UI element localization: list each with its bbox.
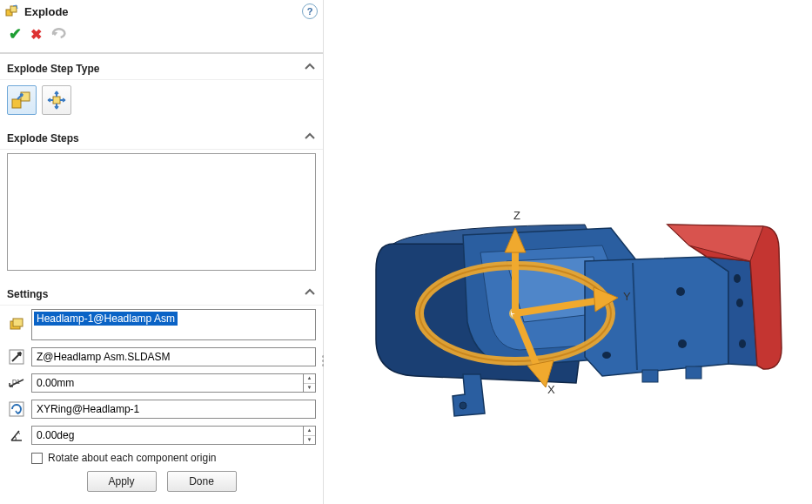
ok-button[interactable]: ✔: [9, 24, 22, 44]
axis-z-label: Z: [513, 209, 520, 222]
settings-body: Headlamp-1@Headlamp Asm D1: [0, 306, 323, 504]
panel-header: Explode ?: [0, 0, 323, 19]
ring-row: [7, 400, 316, 419]
svg-rect-4: [53, 97, 60, 104]
svg-text:A: A: [17, 430, 20, 435]
component-selection-box[interactable]: Headlamp-1@Headlamp Asm: [31, 309, 316, 340]
direction-input[interactable]: [31, 347, 316, 366]
section-title: Settings: [7, 288, 48, 300]
svg-point-17: [602, 352, 611, 359]
ring-input[interactable]: [31, 400, 316, 419]
rotate-about-origin-row[interactable]: Rotate about each component origin: [7, 452, 316, 464]
spin-up-icon[interactable]: ▲: [304, 374, 315, 384]
angle-icon: A: [7, 426, 26, 445]
svg-point-13: [736, 299, 743, 307]
svg-point-14: [739, 339, 746, 348]
radial-step-button[interactable]: [42, 85, 71, 115]
section-header-steps[interactable]: Explode Steps: [0, 124, 323, 150]
panel-title: Explode: [24, 5, 69, 18]
explode-steps-list[interactable]: [7, 153, 316, 271]
confirm-toolbar: ✔ ✖: [0, 19, 323, 54]
component-icon: [7, 309, 26, 340]
direction-icon: [7, 347, 26, 366]
component-selection-row: Headlamp-1@Headlamp Asm: [7, 309, 316, 340]
svg-point-15: [676, 287, 685, 296]
step-type-row: [0, 80, 323, 124]
svg-point-11: [460, 402, 466, 409]
explode-feature-icon: [5, 4, 19, 18]
axis-x-label: X: [547, 383, 555, 396]
axis-y-label: Y: [623, 290, 631, 303]
angle-row: A ▲▼: [7, 426, 316, 445]
undo-button[interactable]: [50, 26, 68, 43]
distance-input[interactable]: [31, 373, 304, 393]
svg-point-12: [734, 274, 741, 283]
section-header-settings[interactable]: Settings: [0, 279, 323, 306]
regular-step-button[interactable]: [7, 85, 37, 115]
rotate-about-label: Rotate about each component origin: [48, 452, 216, 464]
collapse-icon[interactable]: [304, 131, 316, 145]
distance-spinner[interactable]: ▲▼: [304, 373, 316, 393]
collapse-icon[interactable]: [304, 61, 316, 76]
svg-point-16: [678, 339, 687, 348]
svg-rect-18: [642, 370, 658, 382]
svg-rect-19: [686, 366, 701, 379]
property-panel: Explode ? ✔ ✖ Explode Step Type: [0, 0, 324, 504]
angle-spinner[interactable]: ▲▼: [304, 426, 316, 445]
spin-down-icon[interactable]: ▼: [304, 384, 315, 393]
section-header-step-type[interactable]: Explode Step Type: [0, 54, 323, 80]
svg-rect-1: [10, 6, 17, 12]
direction-row: [7, 347, 316, 366]
apply-done-row: Apply Done: [7, 471, 316, 497]
spin-down-icon[interactable]: ▼: [304, 436, 315, 445]
section-title: Explode Steps: [7, 132, 79, 144]
collapse-icon[interactable]: [304, 286, 316, 301]
svg-rect-6: [13, 319, 23, 326]
cancel-button[interactable]: ✖: [30, 26, 42, 43]
svg-text:D1: D1: [12, 379, 20, 385]
rotate-about-checkbox[interactable]: [31, 453, 43, 464]
section-title: Explode Step Type: [7, 63, 99, 75]
done-button[interactable]: Done: [167, 471, 237, 492]
distance-icon: D1: [7, 373, 26, 393]
svg-rect-2: [12, 99, 21, 108]
distance-row: D1 ▲▼: [7, 373, 316, 393]
angle-input[interactable]: [31, 426, 304, 445]
apply-button[interactable]: Apply: [87, 471, 157, 492]
bottom-bracket-part[interactable]: [453, 374, 485, 416]
ring-icon: [7, 400, 26, 419]
selected-component[interactable]: Headlamp-1@Headlamp Asm: [34, 312, 178, 326]
model-view[interactable]: Z Y X: [324, 0, 812, 504]
spin-up-icon[interactable]: ▲: [304, 427, 315, 436]
help-icon[interactable]: ?: [302, 3, 318, 19]
graphics-viewport[interactable]: Z Y X: [324, 0, 812, 504]
